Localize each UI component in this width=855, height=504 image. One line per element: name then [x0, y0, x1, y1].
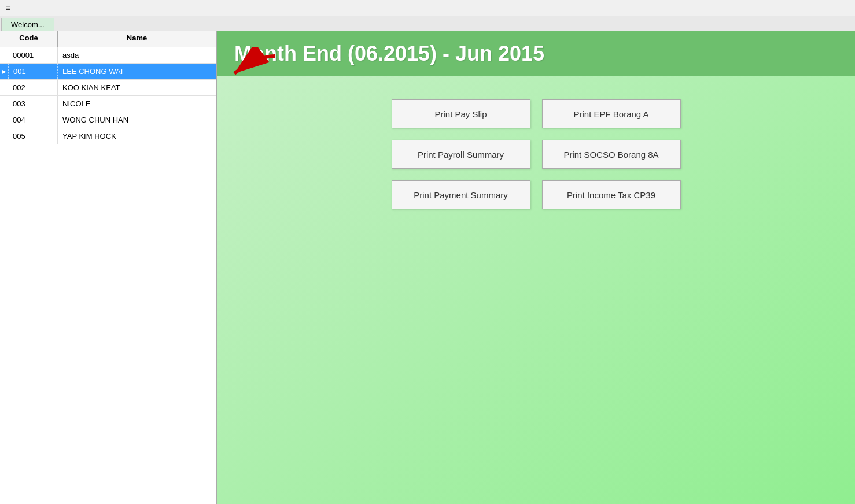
print-socso-borang-8a-button[interactable]: Print SOCSO Borang 8A [542, 140, 681, 169]
row-indicator [0, 128, 8, 144]
menu-icon[interactable]: ≡ [2, 2, 14, 14]
employee-code: 002 [8, 80, 58, 95]
button-row-0: Print Pay SlipPrint EPF Borang A [392, 99, 681, 128]
employee-name: YAP KIM HOCK [58, 128, 216, 144]
left-panel: Code Name 00001asda▶001LEE CHONG WAI002K… [0, 31, 217, 504]
row-indicator [0, 47, 8, 63]
month-end-header: Month End (06.2015) - Jun 2015 [217, 31, 855, 76]
row-indicator [0, 112, 8, 128]
print-income-tax-cp39-button[interactable]: Print Income Tax CP39 [542, 180, 681, 209]
employee-name: LEE CHONG WAI [58, 64, 216, 79]
button-row-1: Print Payroll SummaryPrint SOCSO Borang … [392, 140, 681, 169]
table-row[interactable]: 005YAP KIM HOCK [0, 128, 216, 144]
employee-name: asda [58, 47, 216, 63]
employee-code: 001 [8, 64, 58, 79]
print-pay-slip-button[interactable]: Print Pay Slip [392, 99, 530, 128]
button-row-2: Print Payment SummaryPrint Income Tax CP… [392, 180, 681, 209]
tab-bar: Welcom... [0, 16, 855, 31]
row-indicator: ▶ [0, 64, 8, 79]
main-container: Code Name 00001asda▶001LEE CHONG WAI002K… [0, 31, 855, 504]
table-row[interactable]: 002KOO KIAN KEAT [0, 80, 216, 96]
table-row[interactable]: ▶001LEE CHONG WAI [0, 64, 216, 80]
employee-name: NICOLE [58, 96, 216, 112]
table-row[interactable]: 003NICOLE [0, 96, 216, 112]
name-column-header: Name [58, 31, 216, 47]
right-panel: Month End (06.2015) - Jun 2015 Print Pay… [217, 31, 855, 504]
toolbar: ≡ [0, 0, 855, 16]
employee-name: WONG CHUN HAN [58, 112, 216, 128]
table-row[interactable]: 004WONG CHUN HAN [0, 112, 216, 128]
employee-code: 00001 [8, 47, 58, 63]
print-payment-summary-button[interactable]: Print Payment Summary [392, 180, 530, 209]
month-end-title: Month End (06.2015) - Jun 2015 [234, 42, 838, 66]
table-row[interactable]: 00001asda [0, 47, 216, 64]
print-epf-borang-a-button[interactable]: Print EPF Borang A [542, 99, 681, 128]
row-indicator [0, 96, 8, 112]
employee-table-body: 00001asda▶001LEE CHONG WAI002KOO KIAN KE… [0, 47, 216, 504]
print-payroll-summary-button[interactable]: Print Payroll Summary [392, 140, 530, 169]
employee-code: 003 [8, 96, 58, 112]
code-column-header: Code [0, 31, 58, 47]
row-indicator [0, 80, 8, 95]
table-header: Code Name [0, 31, 216, 47]
buttons-area: Print Pay SlipPrint EPF Borang APrint Pa… [217, 76, 855, 244]
employee-code: 004 [8, 112, 58, 128]
employee-code: 005 [8, 128, 58, 144]
employee-name: KOO KIAN KEAT [58, 80, 216, 95]
tab-welcome[interactable]: Welcom... [1, 18, 54, 31]
